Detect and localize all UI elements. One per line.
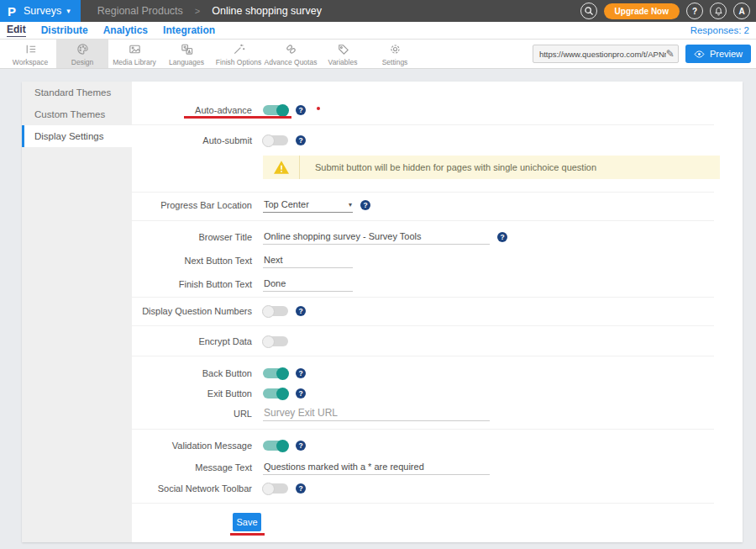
tab-integration[interactable]: Integration xyxy=(163,24,215,37)
breadcrumb-folder[interactable]: Regional Products xyxy=(97,5,183,17)
tag-icon xyxy=(336,42,350,56)
encrypt-data-toggle[interactable] xyxy=(263,336,288,346)
save-button[interactable]: Save xyxy=(233,513,261,531)
back-button-label: Back Button xyxy=(132,368,252,378)
toggle-knob xyxy=(262,305,275,318)
tab-edit[interactable]: Edit xyxy=(7,24,26,37)
display-question-numbers-toggle[interactable] xyxy=(263,306,288,316)
responses-count[interactable]: Responses: 2 xyxy=(690,25,749,35)
exit-url-input[interactable] xyxy=(263,406,490,421)
sidebar-item-display-settings[interactable]: Display Settings xyxy=(22,125,132,147)
display-question-numbers-row: Display Question Numbers ? xyxy=(132,301,743,321)
workspace-list-icon xyxy=(24,42,38,56)
progress-bar-location-row: Progress Bar Location Top Center ▾ ? xyxy=(132,195,743,215)
toolbar-item-languages[interactable]: Languages xyxy=(160,40,213,68)
tab-distribute[interactable]: Distribute xyxy=(41,24,88,37)
main-nav: Edit Distribute Analytics Integration Re… xyxy=(0,22,756,40)
top-header: P Surveys ▾ Regional Products > Online s… xyxy=(0,0,756,22)
toolbar-item-variables[interactable]: Variables xyxy=(317,40,369,68)
toolbar-right: https://www.questionpro.com/t/APNrFZ ✎ P… xyxy=(533,45,751,63)
progress-bar-location-select[interactable]: Top Center ▾ xyxy=(263,198,353,213)
questionpro-logo-icon: P xyxy=(8,5,16,18)
toolbar-item-design[interactable]: Design xyxy=(56,40,108,68)
annotation-underline-save xyxy=(230,533,265,536)
product-name: Surveys xyxy=(24,5,61,17)
toggle-knob xyxy=(276,388,289,400)
header-actions: Upgrade Now ? A xyxy=(580,3,750,19)
back-button-toggle[interactable] xyxy=(263,368,288,378)
auto-advance-label: Auto-advance xyxy=(132,105,252,115)
preview-label: Preview xyxy=(710,49,743,59)
exit-button-row: Exit Button ? xyxy=(132,383,743,404)
palette-icon xyxy=(76,42,90,56)
breadcrumb: Regional Products > Online shopping surv… xyxy=(97,5,322,17)
social-network-toolbar-toggle[interactable] xyxy=(263,483,288,494)
divider xyxy=(132,503,714,504)
help-button[interactable]: ? xyxy=(686,3,703,19)
help-icon[interactable]: ? xyxy=(296,306,306,316)
preview-button[interactable]: Preview xyxy=(685,45,751,63)
message-text-label: Message Text xyxy=(132,462,252,472)
design-toolbar: Workspace Design Media Library Languages… xyxy=(0,40,756,69)
design-sidebar: Standard Themes Custom Themes Display Se… xyxy=(22,82,132,542)
finish-button-text-row: Finish Button Text xyxy=(132,274,743,294)
divider xyxy=(132,429,714,430)
bell-icon xyxy=(713,6,724,17)
sidebar-item-custom-themes[interactable]: Custom Themes xyxy=(22,103,132,125)
next-button-text-input[interactable] xyxy=(263,253,353,268)
social-network-toolbar-label: Social Network Toolbar xyxy=(132,483,252,494)
translate-icon xyxy=(180,42,194,56)
toggle-knob xyxy=(276,440,289,452)
help-icon[interactable]: ? xyxy=(296,441,306,451)
toggle-knob xyxy=(262,135,275,147)
browser-title-label: Browser Title xyxy=(132,232,252,242)
tab-analytics[interactable]: Analytics xyxy=(103,24,148,37)
divider xyxy=(132,220,714,221)
next-button-text-row: Next Button Text xyxy=(132,251,743,271)
help-icon[interactable]: ? xyxy=(296,135,306,145)
help-icon[interactable]: ? xyxy=(360,200,370,210)
avatar[interactable]: A xyxy=(733,3,750,19)
help-icon[interactable]: ? xyxy=(296,105,306,115)
finish-button-text-input[interactable] xyxy=(263,277,353,292)
chain-links-icon xyxy=(284,42,298,56)
toolbar-item-workspace[interactable]: Workspace xyxy=(4,40,56,68)
chevron-down-icon: ▾ xyxy=(66,7,71,15)
social-network-toolbar-row: Social Network Toolbar ? xyxy=(132,478,743,499)
sidebar-item-standard-themes[interactable]: Standard Themes xyxy=(22,82,132,103)
breadcrumb-survey-title: Online shopping survey xyxy=(212,5,322,17)
gear-icon xyxy=(388,42,402,56)
survey-url-text: https://www.questionpro.com/t/APNrFZ xyxy=(539,50,666,59)
help-icon[interactable]: ? xyxy=(497,232,507,242)
selected-value: Top Center xyxy=(264,199,309,209)
validation-message-label: Validation Message xyxy=(132,441,252,451)
help-icon[interactable]: ? xyxy=(296,388,306,399)
toolbar-item-finish-options[interactable]: Finish Options xyxy=(213,40,265,68)
exit-button-label: Exit Button xyxy=(132,388,252,399)
survey-url-field[interactable]: https://www.questionpro.com/t/APNrFZ ✎ xyxy=(533,45,679,63)
breadcrumb-separator-icon: > xyxy=(195,6,200,16)
exit-button-toggle[interactable] xyxy=(263,388,288,399)
message-text-input[interactable] xyxy=(263,460,490,475)
warning-triangle-icon xyxy=(273,160,290,175)
toolbar-item-media-library[interactable]: Media Library xyxy=(108,40,160,68)
upgrade-now-button[interactable]: Upgrade Now xyxy=(604,3,680,19)
edit-url-icon[interactable]: ✎ xyxy=(666,48,675,60)
notifications-button[interactable] xyxy=(710,3,727,19)
validation-message-row: Validation Message ? xyxy=(132,436,743,456)
message-text-row: Message Text xyxy=(132,457,743,478)
browser-title-input[interactable] xyxy=(263,230,490,245)
toolbar-item-settings[interactable]: Settings xyxy=(369,40,421,68)
help-icon[interactable]: ? xyxy=(296,368,306,378)
help-icon[interactable]: ? xyxy=(296,483,306,494)
product-menu[interactable]: P Surveys ▾ xyxy=(0,0,81,22)
search-button[interactable] xyxy=(580,3,597,19)
caret-down-icon: ▾ xyxy=(349,201,352,209)
validation-message-toggle[interactable] xyxy=(263,441,288,451)
divider xyxy=(132,192,714,193)
auto-submit-toggle[interactable] xyxy=(263,135,288,145)
toolbar-item-advance-quotas[interactable]: Advance Quotas xyxy=(265,40,317,68)
finish-button-text-label: Finish Button Text xyxy=(132,279,252,289)
auto-advance-toggle[interactable] xyxy=(263,105,288,115)
toggle-knob xyxy=(276,104,289,117)
